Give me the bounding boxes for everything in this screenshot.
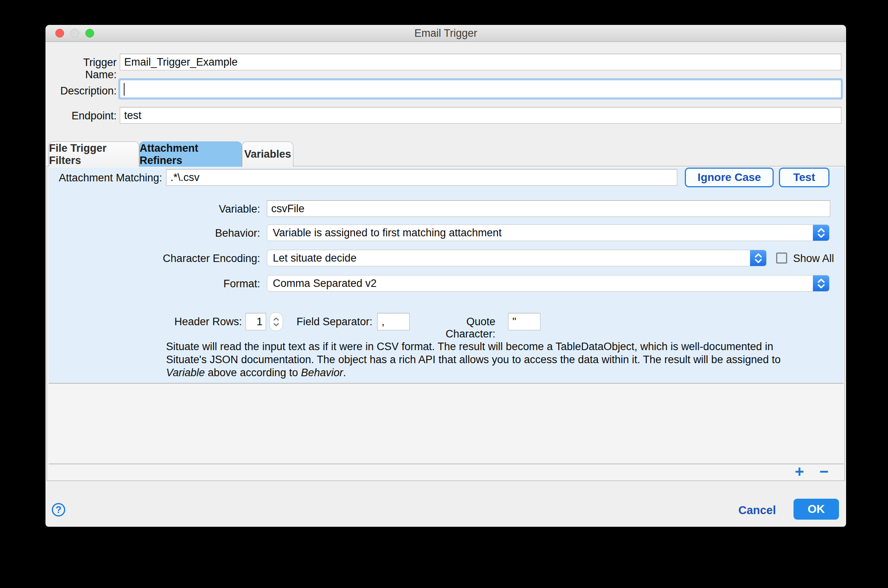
- behavior-dropdown[interactable]: Variable is assigned to first matching a…: [267, 224, 829, 241]
- behavior-ref: Behavior: [301, 367, 343, 379]
- quote-character-input[interactable]: [508, 313, 540, 330]
- format-selected-value: Comma Separated v2: [273, 277, 377, 290]
- quote-character-label: Quote Character:: [416, 316, 495, 340]
- help-text-segment: .: [343, 367, 346, 379]
- behavior-label: Behavior:: [181, 227, 260, 239]
- description-input[interactable]: [120, 80, 841, 98]
- character-encoding-selected-value: Let situate decide: [273, 252, 357, 264]
- remove-refiner-button[interactable]: −: [815, 463, 833, 480]
- header-rows-stepper[interactable]: [269, 312, 283, 331]
- ignore-case-button[interactable]: Ignore Case: [685, 168, 774, 187]
- tab-attachment-refiners[interactable]: Attachment Refiners: [139, 141, 242, 167]
- tab-label: File Trigger Filters: [49, 142, 139, 167]
- help-button[interactable]: ?: [52, 503, 65, 516]
- header-rows-label: Header Rows:: [163, 316, 242, 328]
- behavior-selected-value: Variable is assigned to first matching a…: [273, 227, 502, 239]
- add-refiner-button[interactable]: +: [791, 463, 808, 480]
- trigger-name-input[interactable]: [120, 54, 841, 70]
- chevron-up-down-icon: [813, 275, 829, 292]
- character-encoding-label: Character Encoding:: [161, 253, 260, 265]
- endpoint-input[interactable]: [120, 107, 841, 124]
- ok-button[interactable]: OK: [794, 499, 839, 520]
- chevron-up-down-icon: [750, 250, 767, 266]
- description-label: Description:: [49, 85, 117, 97]
- tab-label: Variables: [244, 148, 291, 160]
- show-all-label: Show All: [793, 253, 834, 265]
- format-label: Format:: [181, 278, 260, 290]
- variable-ref: Variable: [166, 367, 205, 379]
- help-text-segment: Situate will read the input text as if i…: [166, 341, 781, 366]
- chevron-up-down-icon: [813, 224, 829, 241]
- tab-file-trigger-filters[interactable]: File Trigger Filters: [49, 141, 139, 167]
- help-text-segment: above according to: [205, 367, 301, 379]
- field-separator-input[interactable]: [377, 313, 410, 330]
- show-all-checkbox[interactable]: [776, 253, 787, 264]
- stepper-up-icon: [273, 317, 279, 321]
- attachment-matching-input[interactable]: [166, 169, 677, 186]
- field-separator-label: Field Separator:: [293, 316, 372, 328]
- variable-label: Variable:: [181, 203, 260, 215]
- trigger-name-label: Trigger Name:: [49, 57, 117, 81]
- cancel-button[interactable]: Cancel: [726, 501, 789, 519]
- attachment-matching-label: Attachment Matching:: [53, 172, 162, 184]
- header-rows-input[interactable]: [246, 313, 266, 330]
- character-encoding-dropdown[interactable]: Let situate decide: [267, 250, 767, 266]
- test-button[interactable]: Test: [779, 168, 829, 187]
- variable-input[interactable]: [267, 200, 830, 217]
- format-help-text: Situate will read the input text as if i…: [166, 340, 806, 379]
- email-trigger-dialog: Email Trigger Trigger Name: Description:…: [45, 25, 846, 527]
- title-bar[interactable]: Email Trigger: [45, 25, 846, 42]
- tab-label: Attachment Refiners: [140, 142, 242, 167]
- format-dropdown[interactable]: Comma Separated v2: [267, 275, 829, 292]
- text-caret: [124, 83, 125, 96]
- endpoint-label: Endpoint:: [49, 110, 117, 122]
- window-title: Email Trigger: [45, 25, 846, 41]
- stepper-down-icon: [273, 323, 279, 326]
- list-controls-strip: + −: [49, 464, 844, 479]
- tab-variables[interactable]: Variables: [242, 141, 293, 167]
